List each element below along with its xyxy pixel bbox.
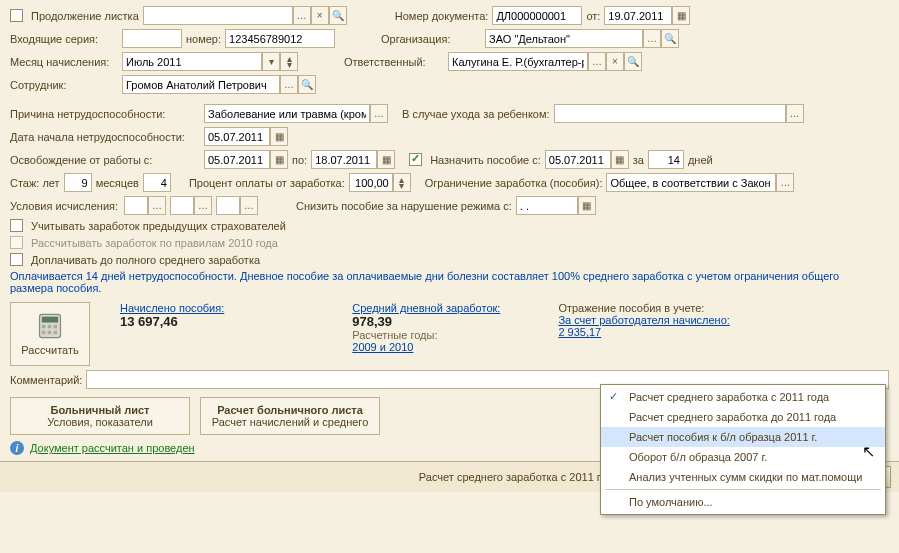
dots-icon[interactable]: … bbox=[588, 52, 606, 71]
release-to-input[interactable] bbox=[311, 150, 377, 169]
employer-label[interactable]: За счет работодателя начислено: bbox=[558, 314, 729, 326]
dots-icon[interactable]: … bbox=[293, 6, 311, 25]
continuation-input[interactable] bbox=[143, 6, 293, 25]
org-label: Организация: bbox=[381, 33, 481, 45]
status-text[interactable]: Документ рассчитан и проведен bbox=[30, 442, 195, 454]
percent-input[interactable] bbox=[349, 173, 393, 192]
days-input[interactable] bbox=[648, 150, 684, 169]
start-input[interactable] bbox=[204, 127, 270, 146]
org-input[interactable] bbox=[485, 29, 643, 48]
svg-rect-6 bbox=[48, 331, 52, 335]
calendar-icon[interactable]: ▦ bbox=[270, 127, 288, 146]
reason-label: Причина нетрудоспособности: bbox=[10, 108, 200, 120]
menu-item-avg-pre2011[interactable]: Расчет среднего заработка до 2011 года bbox=[601, 407, 885, 427]
series-label: Входящие серия: bbox=[10, 33, 118, 45]
spinner-icon[interactable]: ▴▾ bbox=[393, 173, 411, 192]
search-icon[interactable]: 🔍 bbox=[298, 75, 316, 94]
print-menu: ✓Расчет среднего заработка с 2011 года Р… bbox=[600, 384, 886, 492]
tab1-sub: Условия, показатели bbox=[21, 416, 179, 428]
clear-icon[interactable]: × bbox=[311, 6, 329, 25]
continuation-checkbox[interactable] bbox=[10, 9, 23, 22]
violation-input[interactable] bbox=[516, 196, 578, 215]
account-label: Отражение пособия в учете: bbox=[558, 302, 729, 314]
conditions-label: Условия исчисления: bbox=[10, 200, 120, 212]
num-input[interactable] bbox=[225, 29, 335, 48]
clear-icon[interactable]: × bbox=[606, 52, 624, 71]
menu-item-turnover-2007[interactable]: Оборот б/л образца 2007 г. bbox=[601, 447, 885, 467]
calendar-icon[interactable]: ▦ bbox=[672, 6, 690, 25]
tab-sicklist[interactable]: Больничный лист Условия, показатели bbox=[10, 397, 190, 435]
child-input[interactable] bbox=[554, 104, 786, 123]
calculate-button[interactable]: Рассчитать bbox=[10, 302, 90, 366]
exp-years-input[interactable] bbox=[64, 173, 92, 192]
accrued-value: 13 697,46 bbox=[120, 314, 224, 329]
dots-icon[interactable]: … bbox=[776, 173, 794, 192]
tab-calculation[interactable]: Расчет больничного листа Расчет начислен… bbox=[200, 397, 380, 435]
assign-input[interactable] bbox=[545, 150, 611, 169]
years-value[interactable]: 2009 и 2010 bbox=[352, 341, 500, 353]
continuation-label: Продолжение листка bbox=[31, 10, 139, 22]
calendar-icon[interactable]: ▦ bbox=[611, 150, 629, 169]
dots-icon[interactable]: … bbox=[194, 196, 212, 215]
search-icon[interactable]: 🔍 bbox=[624, 52, 642, 71]
dots-icon[interactable]: … bbox=[240, 196, 258, 215]
rules2010-label: Рассчитывать заработок по правилам 2010 … bbox=[31, 237, 278, 249]
reason-input[interactable] bbox=[204, 104, 370, 123]
cond2-input[interactable] bbox=[170, 196, 194, 215]
assign-checkbox[interactable] bbox=[409, 153, 422, 166]
docdate-input[interactable] bbox=[604, 6, 672, 25]
exp-months-input[interactable] bbox=[143, 173, 171, 192]
limit-label: Ограничение заработка (пособия): bbox=[425, 177, 603, 189]
tab1-title: Больничный лист bbox=[21, 404, 179, 416]
pay-full-checkbox[interactable] bbox=[10, 253, 23, 266]
accrued-label[interactable]: Начислено пособия: bbox=[120, 302, 224, 314]
payment-note: Оплачивается 14 дней нетрудоспособности.… bbox=[10, 270, 880, 294]
employee-input[interactable] bbox=[122, 75, 280, 94]
svg-rect-7 bbox=[54, 331, 58, 335]
search-icon[interactable]: 🔍 bbox=[329, 6, 347, 25]
comment-label: Комментарий: bbox=[10, 374, 82, 386]
avg-value: 978,39 bbox=[352, 314, 500, 329]
exp-months-label: месяцев bbox=[96, 177, 139, 189]
dots-icon[interactable]: … bbox=[280, 75, 298, 94]
docnum-input[interactable] bbox=[492, 6, 582, 25]
docnum-label: Номер документа: bbox=[395, 10, 489, 22]
limit-input[interactable] bbox=[606, 173, 776, 192]
resp-input[interactable] bbox=[448, 52, 588, 71]
calendar-icon[interactable]: ▦ bbox=[377, 150, 395, 169]
dots-icon[interactable]: … bbox=[370, 104, 388, 123]
down-icon[interactable]: ▾ bbox=[262, 52, 280, 71]
employer-value[interactable]: 2 935,17 bbox=[558, 326, 729, 338]
percent-label: Процент оплаты от заработка: bbox=[189, 177, 345, 189]
prev-employers-checkbox[interactable] bbox=[10, 219, 23, 232]
child-label: В случае ухода за ребенком: bbox=[402, 108, 550, 120]
calculator-icon bbox=[36, 312, 64, 340]
tab2-sub: Расчет начислений и среднего bbox=[211, 416, 369, 428]
docdate-label: от: bbox=[586, 10, 600, 22]
menu-item-analysis[interactable]: Анализ учтенных сумм скидки по мат.помощ… bbox=[601, 467, 885, 487]
violation-label: Снизить пособие за нарушение режима с: bbox=[296, 200, 512, 212]
search-icon[interactable]: 🔍 bbox=[661, 29, 679, 48]
dots-icon[interactable]: … bbox=[643, 29, 661, 48]
resp-label: Ответственный: bbox=[344, 56, 444, 68]
pay-full-label: Доплачивать до полного среднего заработк… bbox=[31, 254, 260, 266]
month-input[interactable] bbox=[122, 52, 262, 71]
for-label: за bbox=[633, 154, 644, 166]
avg-label[interactable]: Средний дневной заработок: bbox=[352, 302, 500, 314]
series-input[interactable] bbox=[122, 29, 182, 48]
svg-rect-1 bbox=[42, 317, 58, 323]
cond3-input[interactable] bbox=[216, 196, 240, 215]
cond1-input[interactable] bbox=[124, 196, 148, 215]
rules2010-checkbox bbox=[10, 236, 23, 249]
employee-label: Сотрудник: bbox=[10, 79, 118, 91]
menu-item-avg-2011[interactable]: ✓Расчет среднего заработка с 2011 года bbox=[601, 387, 885, 407]
calendar-icon[interactable]: ▦ bbox=[578, 196, 596, 215]
month-label: Месяц начисления: bbox=[10, 56, 118, 68]
release-from-input[interactable] bbox=[204, 150, 270, 169]
dots-icon[interactable]: … bbox=[148, 196, 166, 215]
info-icon: i bbox=[10, 441, 24, 455]
dots-icon[interactable]: … bbox=[786, 104, 804, 123]
calendar-icon[interactable]: ▦ bbox=[270, 150, 288, 169]
menu-item-benefit-2011[interactable]: Расчет пособия к б/л образца 2011 г. bbox=[601, 427, 885, 447]
spinner-icon[interactable]: ▴▾ bbox=[280, 52, 298, 71]
